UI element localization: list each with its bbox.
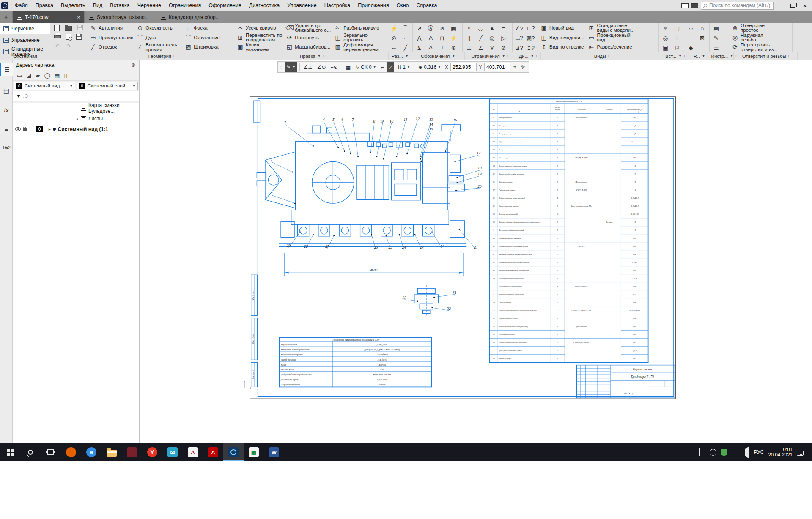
tree-item[interactable]: ▸Листы (13, 113, 139, 124)
ruler-icon[interactable]: ⌗ (512, 62, 518, 72)
view-by-arrow-tool[interactable]: ↥Вид по стрелке (539, 42, 586, 52)
hatch-tool[interactable]: ▨Штриховка (183, 42, 222, 52)
ribbon-nav-item[interactable]: Управление (0, 34, 50, 46)
tangent-icon[interactable]: ◡ (475, 23, 486, 33)
insert-picture-icon[interactable]: ▣ (660, 43, 671, 52)
network-icon[interactable] (732, 451, 738, 455)
ribbon-nav-active[interactable]: Черчение (0, 23, 50, 34)
rebuild-holes-tool[interactable]: ⟳Перестроить отверстия и из... (730, 42, 780, 52)
measure-arc-icon[interactable]: ⌓? (513, 33, 525, 43)
print-preview-icon[interactable] (66, 34, 71, 40)
angle-constraint-icon[interactable]: ∠ (475, 43, 486, 52)
rounding-toggle-icon[interactable]: ⤫ (387, 62, 395, 72)
equal-icon[interactable]: = (498, 23, 509, 33)
mirror-constraint-icon[interactable]: ▷ (498, 33, 509, 43)
insert-search-icon[interactable]: ◌ (671, 33, 683, 43)
drag-handle[interactable]: ⣿ (280, 65, 283, 69)
print-icon[interactable] (54, 35, 61, 38)
roughness-icon[interactable]: ⋀ (414, 33, 425, 43)
marker-icon[interactable]: ⌀ (436, 23, 448, 33)
clock[interactable]: 0:01 20.04.2021 (768, 447, 793, 458)
group-label-Обозначения[interactable]: Обозначения▼⁞ (414, 52, 465, 60)
tree-tool-view-icon[interactable]: ◪ (26, 72, 31, 79)
center-mark-icon[interactable]: ⊕ (448, 43, 459, 52)
new-tab-button[interactable]: + (0, 11, 13, 23)
linear-dimension-icon[interactable]: ↔ (388, 43, 400, 52)
parallel-icon[interactable]: ∥ (464, 33, 475, 43)
group-label-Виды[interactable]: Виды⁞ (541, 52, 662, 60)
arc-dimension-icon[interactable]: ⌒ (400, 23, 411, 33)
lock-icon[interactable] (23, 128, 27, 131)
tree-item[interactable]: Карта смазки Бульдозе... (13, 103, 139, 113)
grid-toggle-icon[interactable]: ▦ (344, 62, 352, 72)
tree-tool-newview-icon[interactable]: ◫ (64, 72, 69, 79)
chamfer-tool[interactable]: ⌐Фаска (183, 23, 222, 33)
group-label-Раз...[interactable]: Раз...▼⁞ (389, 52, 414, 60)
expander-icon[interactable]: ▸ (77, 117, 79, 121)
tree-search-row[interactable]: ▼ (13, 91, 139, 101)
close-button[interactable]: × (800, 3, 809, 9)
volume-icon[interactable] (743, 449, 749, 456)
scale-tool[interactable]: ◱Масштабиров... (284, 42, 333, 52)
view-filter-dropdown[interactable]: 0 Системный вид... ▼ (14, 82, 75, 90)
circle-tool[interactable]: ⊙Окружность (135, 23, 183, 33)
tree-tool-section-icon[interactable]: ▭ (17, 72, 22, 79)
empty-icon[interactable] (697, 43, 708, 52)
measure-corner-icon[interactable]: ∟? (525, 23, 536, 33)
arc-tool[interactable]: ⌒Дуга (135, 33, 183, 43)
angle-dimension-icon[interactable]: ⌐ (400, 33, 411, 43)
minimize-button[interactable]: — (776, 3, 785, 9)
construction-line-tool[interactable]: ⁄Вспомогатель... прямая (135, 42, 183, 52)
history-panel-icon[interactable]: 1↹2 (0, 142, 13, 154)
menu-item-управление[interactable]: Управление (283, 0, 321, 11)
new-view-tool[interactable]: ▣Новый вид (539, 23, 586, 33)
auto-dimension-icon[interactable]: ⚡ (388, 23, 400, 33)
document-tab[interactable]: T-170.cdw× (13, 11, 85, 23)
tray-expand-icon[interactable] (699, 449, 705, 456)
sync-icon[interactable] (710, 449, 716, 456)
new-document-icon[interactable] (54, 25, 60, 31)
text-icon[interactable]: T (436, 43, 448, 52)
drawing-sheet[interactable]: Инв. № подл.Подп. и датаВзам. инв. № 345… (250, 96, 676, 399)
symmetry-icon[interactable]: ▲ (486, 23, 498, 33)
group-label-Р...[interactable]: Р...▼⁞ (688, 52, 714, 60)
command-search-input[interactable]: Поиск по командам (Alt+/) (701, 2, 774, 10)
kompas-app[interactable] (223, 443, 244, 461)
projection-view-tool[interactable]: ▭Проекционный вид (586, 33, 636, 43)
rectangle-tool[interactable]: ▭Прямоугольник (88, 33, 135, 43)
yandex-app[interactable]: Y (142, 443, 162, 461)
delete-to-nearest-tool[interactable]: ⌫Удалить до ближайшего о... (284, 23, 333, 33)
list-tool-icon[interactable]: ☰ (710, 43, 722, 52)
tree-panel-icon[interactable]: ⋿ (0, 63, 13, 76)
radial-dimension-icon[interactable]: ╱ (400, 43, 411, 52)
menu-item-окно[interactable]: Окно (392, 0, 412, 11)
collinear-icon[interactable]: ╱ (475, 33, 486, 43)
menu-item-черчение[interactable]: Черчение (134, 0, 165, 11)
section-view-tool[interactable]: ⇤Разрез/сечение (586, 42, 636, 52)
notifications-icon[interactable] (797, 451, 804, 456)
save-as-icon[interactable] (76, 34, 82, 40)
trim-curve-tool[interactable]: ✂Усечь кривую (235, 23, 284, 33)
security-shield-icon[interactable] (721, 449, 727, 456)
edit-tool-icon[interactable]: ✎ (710, 33, 722, 43)
group-label-Ди...[interactable]: Ди...▼⁞ (515, 52, 541, 60)
drawing-canvas[interactable]: Инв. № подл.Подп. и датаВзам. инв. № 345… (140, 60, 812, 443)
filter-icon[interactable]: ▼ (16, 93, 21, 99)
diameter-dimension-icon[interactable]: ⊘ (388, 33, 400, 43)
text-along-icon[interactable]: A (425, 33, 436, 43)
maroon-app[interactable] (122, 443, 142, 461)
snap-point-icon[interactable]: ⌐⊙ (329, 62, 340, 72)
parameters-panel-icon[interactable]: ▤ (0, 85, 13, 97)
workpiece-icon[interactable]: ⊠ (697, 33, 708, 43)
save-icon[interactable] (77, 25, 83, 30)
menu-item-вид[interactable]: Вид (89, 0, 107, 11)
document-tab[interactable]: Кондуктор для сбор... (156, 11, 228, 23)
insert-draft-icon[interactable]: ▢ (671, 23, 683, 33)
window-layout-icon[interactable] (681, 3, 689, 8)
fillet-tool[interactable]: ⌒Скругление (183, 33, 222, 43)
tab-close-icon[interactable]: × (71, 15, 80, 20)
perpendicular-icon[interactable]: ⊥ (464, 43, 475, 52)
menu-item-справка[interactable]: Справка (413, 0, 441, 11)
deform-move-tool[interactable]: ▦Деформация перемещением (333, 42, 381, 52)
insert-fragment-icon[interactable]: ⌖ (660, 23, 671, 33)
